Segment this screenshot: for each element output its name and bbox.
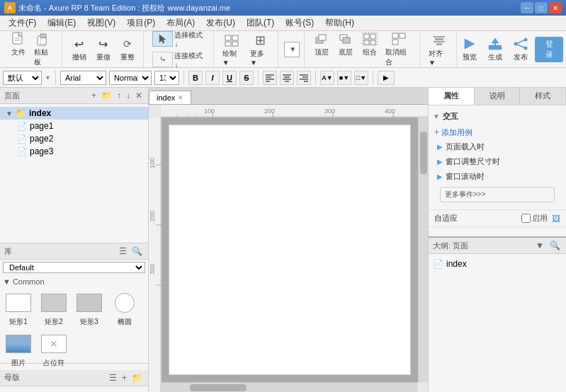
adaptive-enable-checkbox[interactable]	[521, 214, 531, 223]
underline-button[interactable]: U	[222, 71, 237, 85]
widget-rect2[interactable]: 矩形2	[38, 290, 69, 327]
more-format-button[interactable]: ▶	[378, 71, 395, 85]
library-dropdown[interactable]: Default	[3, 262, 145, 273]
page-item-page3[interactable]: 📄 page3	[0, 145, 148, 158]
undo-button[interactable]: ↩ 撤销	[68, 35, 91, 64]
bottom-layer-button[interactable]: 底层	[334, 30, 357, 69]
font-style-dropdown[interactable]: Normal	[109, 71, 152, 85]
canvas-tab-index[interactable]: index ✕	[149, 91, 191, 104]
minimize-button[interactable]: ─	[521, 2, 533, 13]
h-scrollbar-thumb[interactable]	[190, 384, 247, 391]
group-button[interactable]: 组合	[358, 30, 381, 69]
bold-button[interactable]: B	[188, 71, 203, 85]
menu-file[interactable]: 文件(F)	[3, 16, 42, 30]
font-color-button[interactable]: A▼	[320, 71, 334, 85]
collapse-arrow[interactable]: ▼	[3, 277, 11, 286]
event-window-resize[interactable]: ▶ 窗口调整尺寸时	[434, 154, 560, 169]
paste-button[interactable]: 粘贴板	[31, 30, 57, 69]
menu-layout[interactable]: 布局(A)	[161, 16, 200, 30]
delete-page-button[interactable]: ✕	[134, 90, 144, 101]
more-draw-label: 更多▼	[250, 49, 271, 67]
library-search-button[interactable]: 🔍	[130, 246, 144, 257]
border-button[interactable]: □▼	[354, 71, 368, 85]
outline-item-index[interactable]: 📄 index	[433, 257, 562, 271]
menu-view[interactable]: 视图(V)	[81, 16, 121, 30]
align-button[interactable]: 对齐▼	[426, 31, 452, 68]
tab-style[interactable]: 样式	[520, 88, 566, 105]
add-case-button[interactable]: + 添加用例	[434, 126, 560, 139]
menu-help[interactable]: 帮助(H)	[319, 16, 360, 30]
svg-text:300: 300	[149, 264, 156, 275]
canvas-page[interactable]	[169, 125, 411, 375]
signin-button[interactable]: 登录	[535, 37, 563, 62]
fill-color-button[interactable]: ■▼	[337, 71, 351, 85]
templates-list-button[interactable]: ☰	[108, 372, 118, 384]
outline-filter-button[interactable]: ▼	[534, 240, 545, 251]
ungroup-icon	[390, 31, 407, 47]
draw-button[interactable]: 绘制▼	[220, 31, 246, 68]
refresh-button[interactable]: ⟳ 重整	[116, 35, 139, 64]
menu-account[interactable]: 账号(S)	[280, 16, 319, 30]
upload-button[interactable]: 生成	[484, 35, 506, 64]
svg-rect-24	[435, 38, 443, 40]
vertical-scrollbar[interactable]	[418, 117, 428, 382]
maximize-button[interactable]: □	[535, 2, 548, 13]
align-left-button[interactable]	[263, 71, 277, 85]
widget-circle[interactable]: 椭圆	[109, 290, 140, 327]
tab-properties[interactable]: 属性	[429, 88, 475, 105]
event-window-scroll[interactable]: ▶ 窗口滚动时	[434, 169, 560, 184]
font-size-input[interactable]: 13	[154, 71, 179, 85]
menu-project[interactable]: 项目(P)	[121, 16, 161, 30]
templates-folder-button[interactable]: 📁	[130, 372, 144, 384]
top-layer-button[interactable]: 顶层	[310, 30, 333, 69]
adaptive-icon-button[interactable]: 🖼	[552, 214, 560, 224]
page-item-index[interactable]: ▼ 📁 index	[0, 107, 148, 120]
more-draw-button[interactable]: ⊞ 更多▼	[247, 31, 273, 68]
placeholder-shape	[41, 335, 67, 353]
horizontal-scrollbar[interactable]	[162, 382, 418, 392]
align-center-button[interactable]	[280, 71, 294, 85]
more-events-button[interactable]: 更多事件>>>	[440, 187, 555, 202]
zoom-control[interactable]: ▼	[284, 42, 300, 57]
interaction-section-header[interactable]: ▼ 交互	[429, 108, 566, 125]
font-family-dropdown[interactable]: Arial	[60, 71, 106, 85]
zoom-arrow[interactable]: ▼	[289, 45, 296, 53]
widget-rect3[interactable]: 矩形3	[74, 290, 105, 327]
tab-description[interactable]: 说明	[475, 88, 521, 105]
align-right-button[interactable]	[297, 71, 311, 85]
window-controls[interactable]: ─ □ ✕	[521, 2, 562, 13]
font-size-dropdown[interactable]: 默认	[3, 71, 42, 85]
toolbar-select-group: 选择模式↓ ⤷ 连接模式↓	[145, 31, 214, 67]
strikethrough-button[interactable]: S	[239, 71, 254, 85]
v-scrollbar-thumb[interactable]	[420, 132, 427, 174]
add-folder-button[interactable]: 📁	[100, 90, 113, 101]
new-file-button[interactable]: 文件	[7, 30, 30, 69]
redo-button[interactable]: ↪ 重做	[92, 35, 115, 64]
canvas-surface[interactable]	[162, 117, 418, 382]
library-menu-button[interactable]: ☰	[118, 246, 128, 257]
italic-button[interactable]: I	[205, 71, 220, 85]
move-down-button[interactable]: ↓	[125, 90, 132, 101]
event-icon-2: ▶	[437, 158, 443, 166]
canvas-tab-close[interactable]: ✕	[178, 94, 183, 101]
preview-button[interactable]: 预览	[458, 35, 481, 64]
widget-placeholder[interactable]: 占位符	[38, 331, 69, 368]
event-page-load[interactable]: ▶ 页面载入时	[434, 139, 560, 154]
menu-edit[interactable]: 编辑(E)	[42, 16, 81, 30]
page-item-page2[interactable]: 📄 page2	[0, 132, 148, 145]
outline-search-button[interactable]: 🔍	[548, 240, 562, 251]
svg-rect-10	[232, 42, 238, 46]
widget-image[interactable]: 图片	[3, 331, 34, 368]
move-up-button[interactable]: ↑	[115, 90, 123, 101]
ungroup-button[interactable]: 取消组合	[383, 30, 415, 69]
share-button[interactable]: 发布	[509, 35, 532, 64]
add-page-button[interactable]: +	[90, 90, 98, 101]
widget-rect1[interactable]: 矩形1	[3, 290, 34, 327]
close-button[interactable]: ✕	[549, 2, 562, 13]
templates-add-button[interactable]: +	[120, 372, 128, 384]
connect-mode-button[interactable]: ⤷ 连接模式↓	[149, 50, 209, 70]
menu-publish[interactable]: 发布(U)	[200, 16, 241, 30]
menu-team[interactable]: 团队(T)	[241, 16, 280, 30]
page-item-page1[interactable]: 📄 page1	[0, 120, 148, 132]
select-mode-button[interactable]: 选择模式↓	[149, 29, 209, 50]
